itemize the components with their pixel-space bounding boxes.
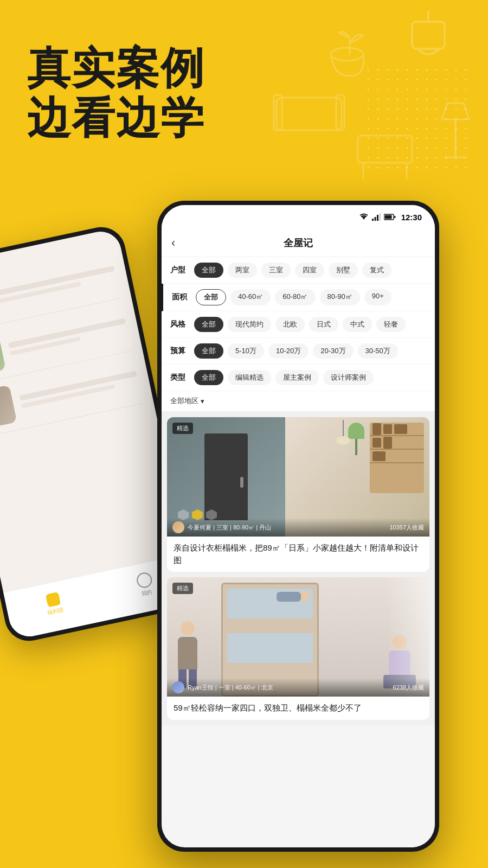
filter-row-yusuan: 预算 全部 5-10万 10-20万 20-30万 30-50万 [162, 338, 435, 365]
filter-label-fengge: 风格 [170, 320, 190, 329]
back-nav-label-1: 福利团 [47, 606, 64, 617]
chip-yusuan-30[interactable]: 30-50万 [358, 343, 398, 359]
back-button[interactable]: ‹ [171, 236, 175, 250]
chip-fengge-chinese[interactable]: 中式 [343, 317, 372, 332]
person-lying [277, 591, 309, 604]
chip-huxing-3[interactable]: 三室 [261, 263, 291, 278]
chip-mianji-40[interactable]: 40-60㎡ [230, 289, 271, 305]
region-arrow: ▾ [201, 397, 204, 405]
chip-huxing-2[interactable]: 两室 [228, 263, 257, 278]
svg-rect-13 [372, 219, 374, 221]
back-nav-icon-1 [45, 592, 60, 607]
plant-leaves [348, 423, 364, 439]
app-title: 全屋记 [284, 237, 313, 250]
phone-main: 12:30 ‹ 全屋记 户型 全部 两室 三室 四室 别墅 [157, 201, 439, 852]
region-button[interactable]: 全部地区 ▾ [170, 396, 204, 406]
filters-section: 户型 全部 两室 三室 四室 别墅 复式 面积 全部 40-60㎡ [162, 257, 435, 412]
filter-chips-fengge: 全部 现代简约 北欧 日式 中式 轻奢 [194, 317, 406, 332]
card-image-2: 精选 Ryan王恒 | 一室 | 40-60㎡ | 北京 6238人收藏 [167, 577, 429, 697]
chip-huxing-villa[interactable]: 别墅 [329, 263, 358, 278]
chip-fengge-modern[interactable]: 现代简约 [228, 317, 271, 332]
bottom-bunk [227, 633, 313, 663]
filter-row-mianji: 面积 全部 40-60㎡ 60-80㎡ 80-90㎡ 90+ [162, 284, 435, 311]
chip-leixing-designer[interactable]: 设计师案例 [323, 370, 374, 385]
time-display: 12:30 [401, 213, 422, 222]
card-meta-left-1: 今夏何夏 | 三室 | 80-90㎡ | 丹山 [172, 521, 271, 533]
svg-rect-9 [358, 136, 412, 163]
chip-huxing-duplex[interactable]: 复式 [362, 263, 391, 278]
svg-rect-0 [412, 22, 445, 49]
filter-chips-leixing: 全部 编辑精选 屋主案例 设计师案例 [194, 370, 374, 385]
card-saves-1: 10357人收藏 [389, 524, 424, 532]
battery-icon [384, 214, 396, 220]
svg-rect-18 [384, 215, 391, 219]
shelf-row-1 [370, 423, 424, 436]
back-nav-icon-2 [135, 571, 153, 589]
chip-yusuan-all[interactable]: 全部 [194, 343, 223, 359]
back-nav-fuliuantuan: 福利团 [43, 591, 64, 616]
region-label: 全部地区 [170, 396, 198, 406]
chip-yusuan-10[interactable]: 10-20万 [268, 343, 309, 359]
person-body-1 [178, 637, 197, 669]
phones-container: 福利团 我的 [0, 201, 488, 868]
chip-huxing-4[interactable]: 四室 [295, 263, 324, 278]
card-image-1: 精选 今夏何夏 | 三室 | 80-90㎡ | 丹山 10357人收藏 [167, 417, 429, 537]
chip-mianji-80[interactable]: 80-90㎡ [320, 289, 360, 305]
chip-mianji-all[interactable]: 全部 [196, 289, 226, 305]
svg-point-2 [331, 48, 363, 61]
shelf-item-2 [383, 424, 392, 434]
chip-fengge-nordic[interactable]: 北欧 [275, 317, 305, 332]
chip-mianji-90[interactable]: 90+ [364, 289, 391, 305]
chip-leixing-editor[interactable]: 编辑精选 [228, 370, 271, 385]
filter-label-huxing: 户型 [170, 265, 190, 275]
svg-rect-15 [377, 215, 378, 221]
svg-rect-19 [394, 216, 396, 218]
card-meta-text-2: Ryan王恒 | 一室 | 40-60㎡ | 北京 [188, 684, 273, 692]
back-thumb-title-1 [0, 266, 115, 296]
back-phone-thumb-3 [0, 385, 17, 430]
shelf-item-4 [373, 438, 381, 448]
phone-main-screen: 12:30 ‹ 全屋记 户型 全部 两室 三室 四室 别墅 [162, 205, 435, 847]
card-meta-text-1: 今夏何夏 | 三室 | 80-90㎡ | 丹山 [188, 524, 271, 532]
filter-label-leixing: 类型 [170, 373, 190, 382]
lying-body [277, 592, 301, 602]
shelf-row-3 [370, 450, 424, 463]
card-meta-left-2: Ryan王恒 | 一室 | 40-60㎡ | 北京 [172, 681, 273, 693]
shelf-unit [370, 423, 424, 493]
chip-yusuan-5[interactable]: 5-10万 [228, 343, 264, 359]
chip-yusuan-20[interactable]: 20-30万 [313, 343, 353, 359]
svg-rect-16 [379, 213, 381, 221]
chip-huxing-all[interactable]: 全部 [194, 263, 223, 278]
filter-chips-yusuan: 全部 5-10万 10-20万 20-30万 30-50万 [194, 343, 398, 359]
back-phone-thumb-2 [0, 333, 6, 378]
door-shape [204, 433, 248, 520]
filter-row-leixing: 类型 全部 编辑精选 屋主案例 设计师案例 [162, 365, 435, 391]
card-1[interactable]: 精选 今夏何夏 | 三室 | 80-90㎡ | 丹山 10357人收藏 [167, 417, 429, 572]
chip-fengge-light[interactable]: 轻奢 [376, 317, 406, 332]
card-badge-1: 精选 [172, 423, 193, 434]
app-header: ‹ 全屋记 [162, 229, 435, 257]
chip-fengge-japanese[interactable]: 日式 [309, 317, 338, 332]
headline-line1: 真实案例 [27, 43, 205, 93]
filter-label-mianji: 面积 [172, 292, 191, 302]
chip-mianji-60[interactable]: 60-80㎡ [275, 289, 315, 305]
chip-leixing-all[interactable]: 全部 [194, 370, 223, 385]
card-title-1: 亲自设计衣柜榻榻米，把89㎡「日系」小家越住越大！附清单和设计图 [167, 537, 429, 572]
svg-marker-12 [362, 216, 366, 220]
svg-rect-4 [277, 98, 342, 130]
status-bar: 12:30 [162, 205, 435, 229]
card-avatar-1 [172, 521, 184, 533]
signal-icon [372, 213, 381, 221]
door-handle [240, 477, 243, 488]
card-2[interactable]: 精选 Ryan王恒 | 一室 | 40-60㎡ | 北京 6238人收藏 [167, 577, 429, 720]
card-title-2: 59㎡轻松容纳一家四口，双独卫、榻榻米全都少不了 [167, 697, 429, 720]
headline: 真实案例 边看边学 [27, 43, 205, 143]
pendant-wire [343, 420, 344, 436]
chip-leixing-owner[interactable]: 屋主案例 [275, 370, 319, 385]
plant-shape [348, 423, 364, 455]
card-meta-1: 今夏何夏 | 三室 | 80-90㎡ | 丹山 10357人收藏 [167, 518, 429, 537]
status-icons: 12:30 [359, 213, 422, 222]
shelf-item-1 [373, 423, 381, 435]
chip-fengge-all[interactable]: 全部 [194, 317, 223, 332]
filter-row-huxing: 户型 全部 两室 三室 四室 别墅 复式 [162, 257, 435, 284]
